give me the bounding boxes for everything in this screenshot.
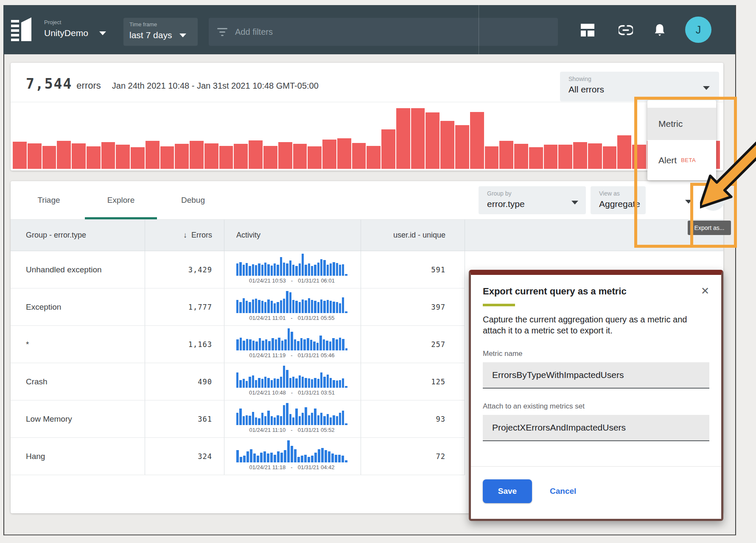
activity-bar <box>263 451 266 462</box>
column-header-group[interactable]: Group - error.type <box>11 220 145 251</box>
attach-set-field[interactable] <box>483 415 709 441</box>
activity-bar <box>288 328 290 350</box>
user-avatar[interactable]: J <box>685 17 711 43</box>
activity-cell: 01/24/21 11:18-01/31/21 04:42 <box>224 438 361 475</box>
activity-bar <box>277 379 279 388</box>
histogram-bar <box>367 146 381 169</box>
errors-cell: 1,163 <box>145 326 224 363</box>
activity-bar <box>311 413 313 425</box>
activity-bar <box>321 448 324 462</box>
activity-bar <box>302 413 304 425</box>
group-cell: * <box>11 326 145 363</box>
close-icon[interactable]: ✕ <box>701 286 709 296</box>
activity-bar <box>284 450 286 462</box>
histogram-bar <box>514 144 528 169</box>
share-link-button[interactable] <box>619 23 633 37</box>
project-selector[interactable]: Project UnityDemo <box>44 19 106 38</box>
activity-bar <box>274 303 276 313</box>
activity-bar <box>308 415 310 425</box>
table-row[interactable]: Low Memory36101/24/21 11:10-01/31/21 05:… <box>11 400 465 438</box>
activity-bar <box>255 299 257 313</box>
users-cell: 591 <box>361 251 465 288</box>
activity-bar <box>327 265 329 276</box>
group-by-selector[interactable]: Group by error.type <box>479 186 586 214</box>
sparkline-bars <box>236 440 347 462</box>
metric-name-field[interactable] <box>483 362 709 389</box>
activity-bar <box>339 303 341 313</box>
activity-bar <box>295 266 297 276</box>
backtrace-logo-icon[interactable] <box>11 17 33 43</box>
activity-bar <box>299 416 301 425</box>
table-row[interactable]: Crash49001/24/21 10:48-01/31/21 03:51125 <box>11 363 465 400</box>
activity-bar <box>320 259 322 276</box>
histogram-bar <box>470 112 484 169</box>
timeframe-value: last 7 days <box>129 30 172 40</box>
dashboard-layout-button[interactable] <box>580 23 595 37</box>
group-cell: Low Memory <box>11 400 145 437</box>
modal-title: Export current query as a metric <box>483 286 627 297</box>
group-name: Hang <box>26 452 45 461</box>
activity-bar <box>292 377 294 388</box>
table-row[interactable]: Hang32401/24/21 11:18-01/31/21 04:4272 <box>11 438 465 475</box>
histogram-bar <box>131 147 145 169</box>
table-row[interactable]: Unhandled exception3,42901/24/21 10:53-0… <box>11 251 465 288</box>
notifications-button[interactable] <box>652 23 667 37</box>
group-name: Crash <box>26 377 48 386</box>
activity-bar <box>246 339 249 350</box>
activity-bar <box>317 263 319 276</box>
tab-explore[interactable]: Explore <box>85 181 157 219</box>
activity-bar <box>314 409 316 425</box>
errors-histogram[interactable] <box>13 108 720 169</box>
sparkline-dates: 01/24/21 10:53-01/31/21 06:01 <box>236 277 347 284</box>
table-row[interactable]: Exception1,77701/24/21 11:01-01/31/21 05… <box>11 288 465 326</box>
tab-triage[interactable]: Triage <box>13 181 85 219</box>
activity-bar <box>240 338 242 350</box>
activity-bar <box>330 378 332 388</box>
tab-debug[interactable]: Debug <box>157 181 229 219</box>
group-by-value: error.type <box>487 199 525 209</box>
activity-bar <box>342 264 344 276</box>
activity-bar <box>345 386 347 388</box>
column-header-errors[interactable]: ↓ Errors <box>145 220 224 251</box>
activity-sparkline: 01/24/21 11:01-01/31/21 05:55 <box>236 291 347 323</box>
activity-bar <box>284 339 287 350</box>
activity-bar <box>280 377 282 388</box>
activity-bar <box>336 339 338 350</box>
activity-bar <box>277 415 279 425</box>
save-button[interactable]: Save <box>483 479 532 503</box>
cancel-button[interactable]: Cancel <box>550 487 576 496</box>
group-cell: Hang <box>11 438 145 475</box>
tab-label: Explore <box>107 196 134 205</box>
histogram-bar <box>544 145 558 169</box>
activity-bar <box>295 301 297 313</box>
activity-bar <box>320 413 322 425</box>
table-row[interactable]: *1,16301/24/21 11:19-01/31/21 05:46257 <box>11 326 465 363</box>
histogram-bar <box>28 143 42 169</box>
activity-bar <box>327 414 329 425</box>
activity-bar <box>313 341 316 350</box>
histogram-bar <box>411 108 425 169</box>
users-cell: 125 <box>361 363 465 400</box>
activity-start: 01/24/21 10:48 <box>249 389 286 396</box>
error-count-line: 7,544 errors Jan 24th 2021 10:48 - Jan 3… <box>26 76 319 92</box>
activity-bar <box>246 263 248 276</box>
timeframe-selector[interactable]: Time frame last 7 days <box>123 18 198 46</box>
column-header-userid[interactable]: user.id - unique <box>361 220 465 251</box>
showing-value: All errors <box>568 84 604 95</box>
activity-bar <box>250 449 252 462</box>
activity-bar <box>236 300 238 313</box>
histogram-bar <box>219 146 233 169</box>
activity-bar <box>252 412 254 425</box>
activity-bar <box>291 332 293 350</box>
date-range: Jan 24th 2021 10:48 - Jan 31st 2021 10:4… <box>112 81 319 91</box>
metric-name-label: Metric name <box>483 350 709 358</box>
activity-bar <box>243 416 245 425</box>
add-filters-input[interactable]: Add filters <box>209 18 558 46</box>
activity-bar <box>243 341 245 350</box>
activity-end: 01/31/21 03:51 <box>298 389 335 396</box>
column-header-activity[interactable]: Activity <box>224 220 361 251</box>
activity-bar <box>268 341 271 350</box>
modal-accent-rule <box>483 304 515 306</box>
filter-icon <box>217 28 227 36</box>
activity-bar <box>249 377 251 388</box>
